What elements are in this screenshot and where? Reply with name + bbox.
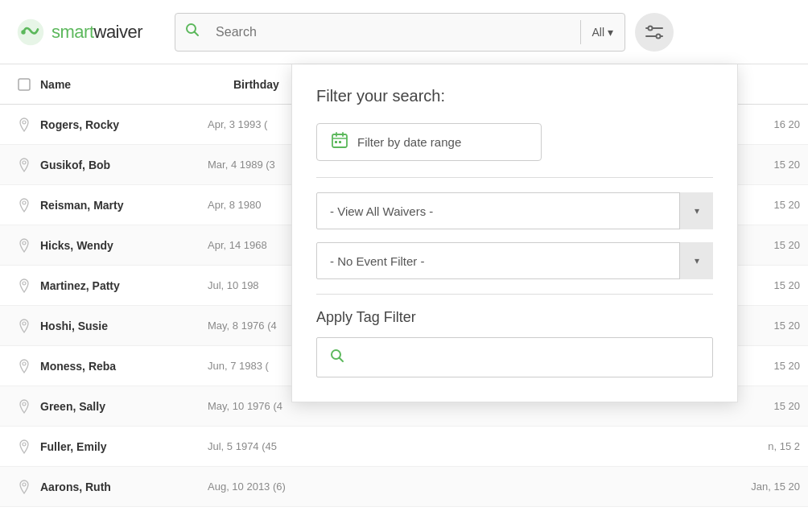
row-date: 15 20 <box>773 279 800 291</box>
svg-line-26 <box>340 357 344 361</box>
row-birthday: Jul, 10 198 <box>208 279 259 291</box>
row-name: Martinez, Patty <box>40 279 201 292</box>
logo: smartwaiver <box>16 18 142 47</box>
tag-search-icon <box>330 348 344 367</box>
row-birthday: Mar, 4 1989 (3 <box>208 159 275 171</box>
row-birthday: May, 8 1976 (4 <box>208 320 277 332</box>
row-date: 15 20 <box>773 320 800 332</box>
row-date: 15 20 <box>773 360 800 372</box>
location-pin-icon <box>8 158 40 172</box>
location-pin-icon <box>8 238 40 253</box>
row-name: Gusikof, Bob <box>40 159 201 171</box>
select-all-checkbox[interactable] <box>8 78 40 91</box>
filter-dropdown-panel: Filter your search: Filter by date range… <box>291 64 738 402</box>
filter-options-button[interactable] <box>635 13 674 52</box>
row-birthday: Apr, 14 1968 <box>208 239 267 251</box>
svg-point-7 <box>657 34 661 38</box>
table-row[interactable]: Aarons, Ruth Aug, 10 2013 (6) Jan, 15 20 <box>0 467 808 507</box>
event-select-wrapper: - No Event Filter - ▾ <box>316 242 713 279</box>
svg-point-14 <box>23 322 26 325</box>
row-date: 15 20 <box>773 159 800 171</box>
col-name-header: Name <box>40 78 233 91</box>
location-pin-icon <box>8 278 40 293</box>
table-row[interactable]: Fuller, Emily Jul, 5 1974 (45 n, 15 2 <box>0 427 808 467</box>
filter-title: Filter your search: <box>316 87 713 105</box>
row-name: Moness, Reba <box>40 360 201 373</box>
svg-line-3 <box>195 32 199 36</box>
row-name: Hoshi, Susie <box>40 320 201 332</box>
location-pin-icon <box>8 399 40 414</box>
svg-rect-8 <box>19 79 30 90</box>
row-name: Green, Sally <box>40 400 201 413</box>
calendar-icon <box>332 132 348 152</box>
location-pin-icon <box>8 439 40 454</box>
row-date: 15 20 <box>773 400 800 412</box>
row-date: n, 15 2 <box>768 440 800 452</box>
tag-search-input[interactable] <box>352 351 699 365</box>
svg-point-9 <box>23 121 26 124</box>
svg-point-13 <box>23 282 26 285</box>
location-pin-icon <box>8 480 40 494</box>
row-birthday: Apr, 8 1980 <box>208 199 262 211</box>
location-pin-icon <box>8 359 40 373</box>
logo-text: smartwaiver <box>52 22 142 43</box>
tag-filter-title: Apply Tag Filter <box>316 309 713 326</box>
svg-point-18 <box>23 483 26 486</box>
search-icon <box>175 23 209 41</box>
svg-point-16 <box>23 402 26 406</box>
header: smartwaiver All ▾ <box>0 0 808 64</box>
date-range-label: Filter by date range <box>357 135 461 149</box>
svg-point-6 <box>649 26 653 30</box>
divider-2 <box>316 294 713 295</box>
col-birthday-header: Birthday <box>233 78 279 91</box>
main-area: Name Birthday Rogers, Rocky Apr, 3 1993 … <box>0 64 808 532</box>
svg-point-15 <box>23 362 26 365</box>
waiver-select[interactable]: - View All Waivers - <box>316 192 713 229</box>
svg-point-10 <box>23 161 26 164</box>
event-select[interactable]: - No Event Filter - <box>316 242 713 279</box>
row-birthday: Jul, 5 1974 (45 <box>208 440 277 452</box>
row-name: Aarons, Ruth <box>40 480 201 493</box>
row-name: Fuller, Emily <box>40 440 201 453</box>
search-filter-button[interactable]: All ▾ <box>581 14 625 51</box>
row-birthday: Aug, 10 2013 (6) <box>208 480 286 493</box>
sliders-icon <box>645 25 663 39</box>
row-name: Reisman, Marty <box>40 199 201 212</box>
row-birthday: Apr, 3 1993 ( <box>208 118 267 130</box>
date-range-button[interactable]: Filter by date range <box>316 123 542 161</box>
location-pin-icon <box>8 118 40 132</box>
svg-point-17 <box>23 443 26 446</box>
svg-point-1 <box>21 30 25 34</box>
svg-rect-23 <box>335 141 337 143</box>
row-birthday: May, 10 1976 (4 <box>208 400 282 412</box>
location-pin-icon <box>8 198 40 212</box>
waiver-select-wrapper: - View All Waivers - ▾ <box>316 192 713 229</box>
row-date: 16 20 <box>773 118 800 130</box>
row-name: Hicks, Wendy <box>40 239 201 252</box>
tag-search-box <box>316 337 713 377</box>
search-input[interactable] <box>209 25 579 39</box>
svg-point-12 <box>23 241 26 245</box>
row-date: Jan, 15 20 <box>751 480 800 493</box>
row-date: 15 20 <box>773 239 800 251</box>
row-date: 15 20 <box>773 199 800 211</box>
svg-rect-24 <box>339 141 341 143</box>
location-pin-icon <box>8 319 40 333</box>
row-birthday: Jun, 7 1983 ( <box>208 360 269 372</box>
chevron-down-icon: ▾ <box>608 26 613 39</box>
svg-point-11 <box>23 201 26 204</box>
divider-1 <box>316 177 713 178</box>
logo-icon <box>16 18 45 47</box>
search-bar: All ▾ <box>175 13 625 52</box>
row-name: Rogers, Rocky <box>40 118 201 131</box>
